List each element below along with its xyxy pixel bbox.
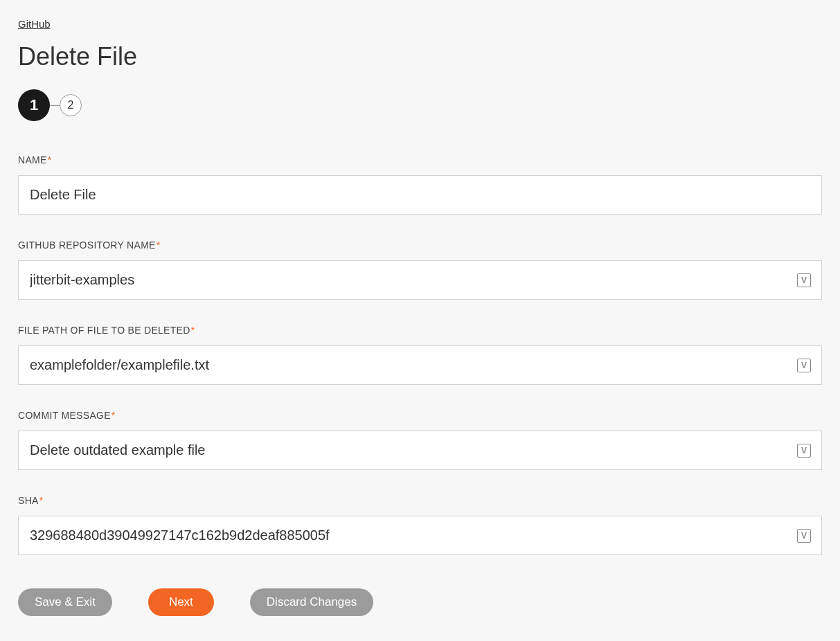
step-2[interactable]: 2	[60, 94, 82, 116]
label-sha-text: SHA	[18, 495, 39, 506]
name-input[interactable]	[18, 175, 822, 215]
page-title: Delete File	[18, 42, 822, 71]
variable-picker-icon[interactable]: V	[797, 359, 811, 372]
required-mark: *	[39, 495, 44, 506]
label-sha: SHA*	[18, 495, 822, 506]
commit-input[interactable]	[18, 431, 822, 470]
required-mark: *	[191, 325, 195, 336]
field-repo: GITHUB REPOSITORY NAME* V	[18, 240, 822, 300]
field-name: NAME*	[18, 154, 822, 215]
discard-changes-button[interactable]: Discard Changes	[250, 588, 373, 616]
required-mark: *	[111, 410, 116, 421]
save-exit-button[interactable]: Save & Exit	[18, 588, 112, 616]
label-commit: COMMIT MESSAGE*	[18, 410, 822, 421]
variable-picker-icon[interactable]: V	[797, 529, 811, 543]
repo-input[interactable]	[18, 260, 822, 300]
label-repo-text: GITHUB REPOSITORY NAME	[18, 240, 156, 251]
step-1[interactable]: 1	[18, 89, 50, 121]
label-filepath-text: FILE PATH OF FILE TO BE DELETED	[18, 325, 190, 336]
next-button[interactable]: Next	[148, 588, 214, 616]
stepper: 1 2	[18, 89, 822, 121]
button-row: Save & Exit Next Discard Changes	[18, 588, 822, 616]
required-mark: *	[157, 240, 161, 251]
label-commit-text: COMMIT MESSAGE	[18, 410, 111, 421]
sha-input[interactable]	[18, 516, 822, 555]
label-name: NAME*	[18, 154, 822, 165]
variable-picker-icon[interactable]: V	[797, 273, 811, 287]
step-connector	[50, 105, 60, 106]
label-repo: GITHUB REPOSITORY NAME*	[18, 240, 822, 251]
field-commit: COMMIT MESSAGE* V	[18, 410, 822, 470]
label-name-text: NAME	[18, 154, 47, 165]
breadcrumb-github[interactable]: GitHub	[18, 18, 51, 30]
field-filepath: FILE PATH OF FILE TO BE DELETED* V	[18, 325, 822, 385]
field-sha: SHA* V	[18, 495, 822, 555]
variable-picker-icon[interactable]: V	[797, 444, 811, 458]
label-filepath: FILE PATH OF FILE TO BE DELETED*	[18, 325, 822, 336]
filepath-input[interactable]	[18, 345, 822, 385]
required-mark: *	[48, 154, 52, 165]
